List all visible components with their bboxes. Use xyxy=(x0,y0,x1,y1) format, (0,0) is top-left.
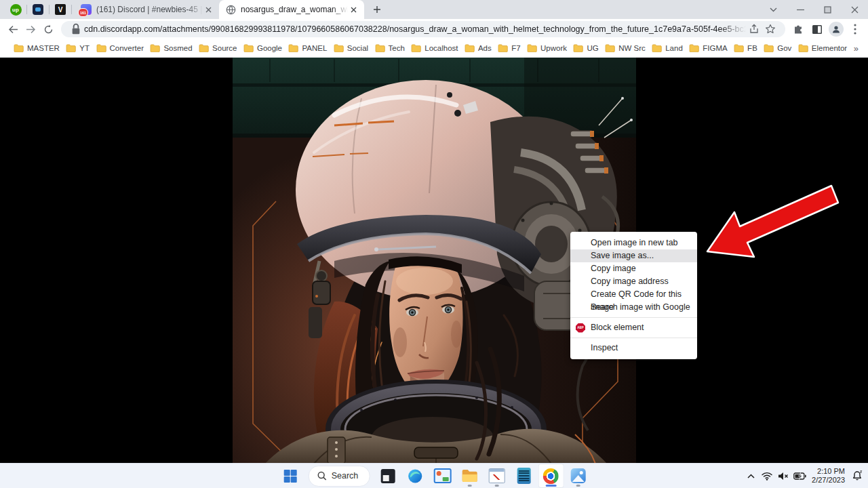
window-controls xyxy=(760,0,868,19)
taskbar-app-edge[interactable] xyxy=(402,464,428,488)
forward-icon[interactable] xyxy=(22,20,39,38)
url-text[interactable]: cdn.discordapp.com/attachments/990816829… xyxy=(84,24,746,34)
bookmark-folder[interactable]: Source xyxy=(199,44,237,52)
bookmark-folder[interactable]: FB xyxy=(734,44,757,52)
bookmark-label: PANEL xyxy=(302,44,327,52)
bookmark-folder[interactable]: FIGMA xyxy=(689,44,727,52)
menu-item-open-image-new-tab[interactable]: Open image in new tab xyxy=(570,237,697,249)
bookmark-folder[interactable]: Ads xyxy=(465,44,492,52)
photos-icon xyxy=(570,468,585,483)
notepad-icon xyxy=(517,468,530,484)
battery-charging-icon[interactable] xyxy=(793,466,806,485)
taskbar-app-notepad[interactable] xyxy=(511,464,536,488)
divider xyxy=(26,5,27,14)
tab-discord[interactable]: 161 (161) Discord | #newbies-45 | Mi xyxy=(74,0,219,19)
taskbar-app-chart-window[interactable] xyxy=(484,464,509,488)
extensions-puzzle-icon[interactable] xyxy=(789,20,807,38)
bookmark-folder[interactable]: Elementor xyxy=(798,44,847,52)
wifi-icon[interactable] xyxy=(760,466,774,485)
address-bar[interactable]: cdn.discordapp.com/attachments/990816829… xyxy=(61,21,785,37)
bookmark-star-icon[interactable] xyxy=(762,21,778,37)
bookmark-folder[interactable]: F7 xyxy=(498,44,520,52)
bookmark-folder[interactable]: Land xyxy=(652,44,683,52)
menu-item-copy-image[interactable]: Copy image xyxy=(570,262,697,275)
edge-icon xyxy=(408,468,423,484)
taskbar-app-dark-square[interactable] xyxy=(375,464,401,488)
back-icon[interactable] xyxy=(4,20,22,38)
close-window-icon[interactable] xyxy=(841,0,868,19)
minimize-icon[interactable] xyxy=(787,0,814,19)
volume-muted-icon[interactable] xyxy=(776,466,790,485)
bookmark-folder[interactable]: PANEL xyxy=(288,44,327,52)
tab-title: nosargus_draw_a_woman_with_h xyxy=(241,5,348,14)
menu-item-search-image-google[interactable]: Search image with Google xyxy=(570,301,697,314)
lock-icon xyxy=(68,21,84,37)
windows-logo-icon xyxy=(283,470,296,483)
bookmarks-overflow-chevron[interactable]: » xyxy=(854,43,859,54)
v-app-pinned-tab[interactable]: V xyxy=(52,2,69,17)
notification-bell-icon[interactable] xyxy=(850,466,864,485)
menu-item-create-qr-code[interactable]: Create QR Code for this image xyxy=(570,288,697,301)
photo-viewer-icon xyxy=(433,468,451,483)
browser-toolbar: cdn.discordapp.com/attachments/990816829… xyxy=(0,19,868,39)
menu-item-save-image-as[interactable]: Save image as... xyxy=(570,249,697,262)
bookmark-folder[interactable]: UG xyxy=(573,44,598,52)
side-panel-icon[interactable] xyxy=(808,20,826,38)
tab-close-icon[interactable] xyxy=(203,4,214,15)
folder-icon xyxy=(288,44,298,52)
upwork-pinned-tab[interactable]: up xyxy=(7,2,24,17)
folder-icon xyxy=(652,44,662,52)
reload-icon[interactable] xyxy=(39,20,57,38)
bookmark-folder[interactable]: Google xyxy=(243,44,282,52)
bookmark-folder[interactable]: Upwork xyxy=(527,44,567,52)
taskbar-file-explorer[interactable] xyxy=(456,464,482,488)
bookmark-folder[interactable]: NW Src xyxy=(605,44,646,52)
taskbar-chrome[interactable] xyxy=(538,464,564,488)
dark-app-pinned-tab[interactable] xyxy=(29,2,47,17)
bookmark-label: Gov xyxy=(777,44,791,52)
taskbar-clock[interactable]: 2:10 PM 2/27/2023 xyxy=(809,467,848,485)
divider xyxy=(49,5,50,14)
taskbar-search[interactable]: Search xyxy=(309,466,370,487)
bookmark-folder[interactable]: YT xyxy=(66,44,90,52)
menu-item-copy-image-address[interactable]: Copy image address xyxy=(570,275,697,288)
browser-menu-icon[interactable] xyxy=(846,20,864,38)
profile-avatar[interactable] xyxy=(827,20,845,38)
bookmark-label: Social xyxy=(347,44,368,52)
new-tab-button[interactable] xyxy=(368,1,386,18)
bookmark-label: UG xyxy=(587,44,598,52)
system-tray: 2:10 PM 2/27/2023 xyxy=(744,464,867,488)
bookmark-folder[interactable]: Social xyxy=(334,44,368,52)
tab-strip: up V 161 (161) Discord | #newbies-45 | M… xyxy=(0,0,868,19)
share-icon[interactable] xyxy=(746,21,762,37)
tab-search-icon[interactable] xyxy=(760,0,787,19)
bookmark-folder[interactable]: Localhost xyxy=(411,44,458,52)
divider xyxy=(71,5,72,14)
menu-separator xyxy=(570,338,697,338)
tray-chevron-up-icon[interactable] xyxy=(744,466,757,485)
bookmark-label: YT xyxy=(79,44,90,52)
taskbar-photos-app[interactable] xyxy=(565,464,591,488)
discord-favicon: 161 xyxy=(81,4,92,15)
bookmark-folder[interactable]: Gov xyxy=(764,44,791,52)
folder-icon xyxy=(150,44,160,52)
bookmark-label: Tech xyxy=(389,44,405,52)
tab-close-icon[interactable] xyxy=(348,4,359,15)
tab-image-active[interactable]: nosargus_draw_a_woman_with_h xyxy=(219,0,364,19)
bookmark-folder[interactable]: MASTER xyxy=(14,44,60,52)
bookmark-label: Converter xyxy=(110,44,144,52)
folder-icon xyxy=(411,44,421,52)
folder-icon xyxy=(375,44,385,52)
maximize-icon[interactable] xyxy=(814,0,841,19)
menu-item-block-element[interactable]: ABP Block element xyxy=(570,321,697,334)
bookmark-folder[interactable]: Converter xyxy=(96,44,144,52)
menu-item-inspect[interactable]: Inspect xyxy=(570,342,697,354)
taskbar-app-photo-viewer[interactable] xyxy=(429,464,455,488)
bookmark-folder[interactable]: Tech xyxy=(375,44,405,52)
start-button[interactable] xyxy=(277,464,303,488)
bookmarks-bar: MASTER YT Converter Sosmed Source Google… xyxy=(0,39,868,58)
bookmark-folder[interactable]: Sosmed xyxy=(150,44,192,52)
pinned-extensions: up V xyxy=(0,2,74,17)
bookmark-label: Ads xyxy=(478,44,492,52)
folder-icon xyxy=(243,44,254,52)
